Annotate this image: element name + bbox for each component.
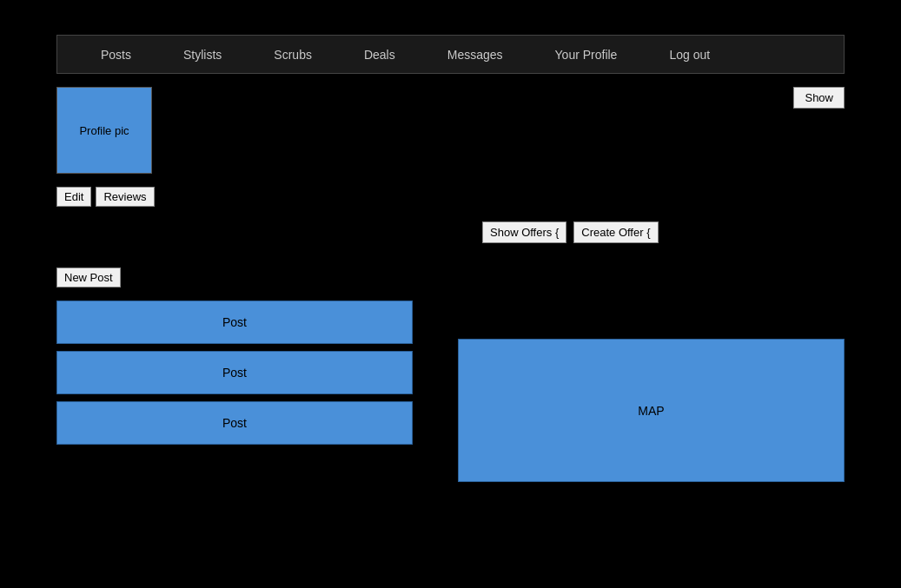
post-item[interactable]: Post [56,301,413,344]
edit-button[interactable]: Edit [56,187,91,207]
reviews-button[interactable]: Reviews [96,187,154,207]
map-section: MAP [458,287,845,482]
nav-your-profile[interactable]: Your Profile [529,39,644,70]
show-offers-button[interactable]: Show Offers { [482,221,566,243]
map-label: MAP [638,404,664,418]
navbar: Posts Stylists Scrubs Deals Messages You… [56,35,845,74]
show-button-container: Show [793,87,845,135]
nav-logout[interactable]: Log out [643,39,736,70]
main-content: Profile pic Edit Reviews Show Show Offer… [56,87,845,445]
nav-messages[interactable]: Messages [421,39,529,70]
show-button[interactable]: Show [793,87,845,109]
new-post-button[interactable]: New Post [56,268,121,287]
profile-pic: Profile pic [56,87,152,174]
create-offer-button[interactable]: Create Offer { [573,221,658,243]
offer-buttons: Show Offers { Create Offer { [482,221,659,243]
nav-posts[interactable]: Posts [75,39,157,70]
nav-stylists[interactable]: Stylists [157,39,248,70]
nav-scrubs[interactable]: Scrubs [248,39,338,70]
post-item[interactable]: Post [56,351,413,394]
post-item[interactable]: Post [56,401,413,445]
map: MAP [458,339,845,482]
profile-pic-label: Profile pic [79,124,129,137]
profile-action-buttons: Edit Reviews [56,187,845,207]
nav-deals[interactable]: Deals [338,39,421,70]
